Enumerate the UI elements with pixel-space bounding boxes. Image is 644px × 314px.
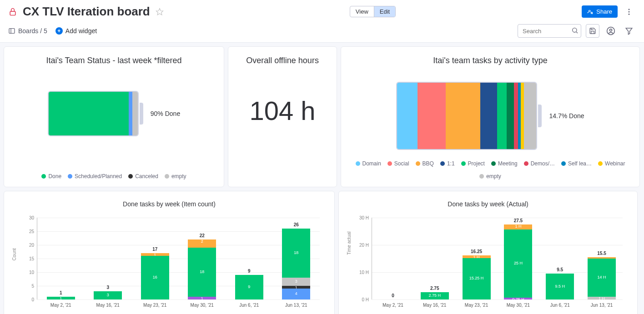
edit-tab[interactable]: Edit	[374, 6, 395, 17]
legend-item[interactable]: 1:1	[440, 160, 455, 167]
svg-point-4	[628, 9, 629, 10]
bar-column[interactable]: 15.51 H14 HJun 13, '21	[581, 251, 623, 299]
bar-chart-actual: Time actual0 H10 H20 H30 H0May 2, '212.7…	[346, 218, 630, 310]
more-icon[interactable]	[622, 5, 636, 19]
bar-column[interactable]: 17161May 23, '21	[131, 247, 179, 299]
svg-line-10	[576, 32, 578, 33]
legend-item[interactable]: Meeting	[491, 160, 518, 167]
star-icon[interactable]	[156, 8, 164, 16]
share-button[interactable]: Share	[582, 5, 618, 18]
legend: DomainSocialBBQ1:1ProjectMeetingDemos/…S…	[348, 152, 632, 179]
svg-point-6	[628, 13, 629, 15]
save-icon[interactable]	[586, 24, 599, 38]
legend-item[interactable]: Webinar	[598, 160, 625, 167]
widget-activity-type[interactable]: Itai's team tasks by activity type 14.7%…	[341, 46, 640, 187]
legend-item[interactable]: Domain	[356, 160, 381, 167]
bar-column[interactable]: 0May 2, '21	[372, 293, 414, 299]
legend-item[interactable]: Scheduled/Planned	[68, 173, 122, 179]
bar-column[interactable]: 11May 2, '21	[37, 290, 85, 299]
user-icon[interactable]	[604, 24, 618, 38]
widget-title: Itai's team tasks by activity type	[433, 56, 548, 65]
legend-item[interactable]: empty	[165, 173, 186, 179]
bar-chart-count: Count05101520253011May 2, '2133May 16, '…	[11, 218, 327, 310]
legend-item[interactable]: Self lea…	[561, 160, 592, 167]
search-icon	[571, 27, 579, 34]
widget-done-actual[interactable]: Done tasks by week (Actual) Time actual0…	[338, 191, 638, 314]
page-title: CX TLV Iteration board	[23, 5, 150, 19]
view-edit-toggle[interactable]: View Edit	[350, 6, 396, 17]
big-number: 104 h	[249, 95, 315, 126]
bar-column[interactable]: 9.59.5 HJun 6, '21	[539, 267, 581, 299]
legend-item[interactable]: Social	[387, 160, 409, 167]
svg-marker-13	[626, 28, 632, 35]
svg-point-5	[628, 11, 629, 12]
svg-point-9	[573, 28, 577, 32]
battery-pct: 90% Done	[151, 110, 180, 117]
plus-icon: +	[55, 27, 63, 35]
battery-chart-2	[396, 82, 537, 150]
legend-item[interactable]: empty	[479, 173, 501, 179]
svg-marker-1	[156, 8, 163, 15]
svg-rect-7	[9, 29, 15, 34]
legend-item[interactable]: Done	[41, 173, 61, 179]
widget-team-status[interactable]: Itai's Team Status - last week *filtered…	[4, 46, 224, 187]
legend-item[interactable]: BBQ	[416, 160, 434, 167]
widget-title: Done tasks by week (Actual)	[346, 200, 630, 208]
bar-column[interactable]: 221182May 30, '21	[179, 233, 226, 299]
lock-icon	[8, 7, 17, 16]
widget-title: Done tasks by week (Item count)	[11, 200, 327, 208]
svg-point-2	[589, 10, 591, 12]
svg-point-12	[610, 29, 612, 31]
bar-column[interactable]: 2.752.75 HMay 16, '21	[414, 286, 456, 300]
add-widget-button[interactable]: + Add widget	[55, 27, 97, 35]
battery-pct: 14.7% Done	[549, 112, 584, 120]
widget-title: Overall offline hours	[246, 56, 319, 65]
widget-offline-hours[interactable]: Overall offline hours 104 h	[228, 46, 337, 187]
legend-item[interactable]: Demos/…	[524, 160, 555, 167]
bar-column[interactable]: 99Jun 6, '21	[226, 269, 273, 299]
bar-column[interactable]: 27.50.75 H25 H1 HMay 30, '21	[497, 218, 539, 299]
legend-item[interactable]: Project	[461, 160, 485, 167]
widget-title: Itai's Team Status - last week *filtered	[46, 56, 181, 65]
boards-breadcrumb[interactable]: Boards / 5	[8, 27, 47, 35]
bar-column[interactable]: 16.2515.25 H1 HMay 23, '21	[456, 249, 498, 300]
view-tab[interactable]: View	[350, 6, 374, 17]
legend-item[interactable]: Canceled	[128, 173, 158, 179]
bar-column[interactable]: 2641318Jun 13, '21	[273, 222, 320, 299]
bar-column[interactable]: 33May 16, '21	[85, 285, 132, 299]
filter-icon[interactable]	[622, 24, 636, 38]
legend: DoneScheduled/PlannedCanceledempty	[41, 165, 186, 179]
widget-done-count[interactable]: Done tasks by week (Item count) Count051…	[4, 191, 335, 314]
svg-rect-0	[10, 11, 15, 15]
battery-chart-1	[48, 91, 139, 136]
